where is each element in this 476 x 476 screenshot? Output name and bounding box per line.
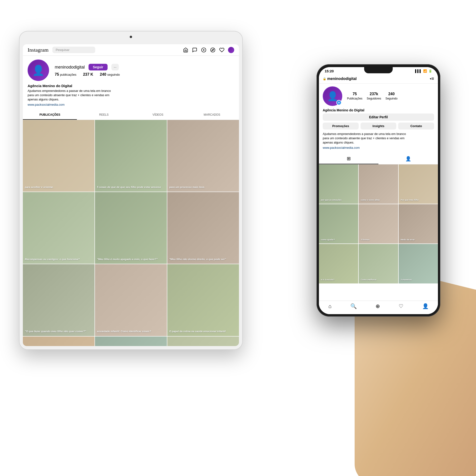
tab-tagged[interactable]: MARCADOS — [185, 110, 239, 120]
battery-icon: 🔋 — [428, 69, 432, 73]
phone-screen: 15:20 ▌▌▌ 📶 🔋 🔒 meninododigital ▾ ≡ 👤 — [319, 67, 438, 314]
phone-bio: Ajudamos empreendedores a passar de uma … — [323, 132, 434, 145]
tab-publications[interactable]: PUBLICAÇÕES — [23, 110, 77, 120]
profile-display-name: Agência Menino do Digital — [28, 84, 234, 88]
phone-grid-item-6[interactable]: Medo de errar — [399, 204, 438, 243]
phone-heart-icon[interactable]: ♡ — [399, 303, 403, 309]
status-icons: ▌▌▌ 📶 🔋 — [415, 69, 432, 73]
grid-item-9[interactable]: O papel da rotina na saúde emocional inf… — [167, 264, 239, 336]
profile-link[interactable]: www.packsocialmedia.com — [28, 103, 234, 106]
phone-tab-grid[interactable]: ⊞ — [319, 153, 378, 164]
phone-notch — [364, 67, 393, 73]
person-tag-icon: 👤 — [405, 156, 411, 162]
phone-following-label: Seguindo — [385, 97, 397, 100]
followers-count: 237 K — [83, 72, 93, 76]
phone-edit-profile-button[interactable]: Editar Perfil — [323, 114, 434, 121]
svg-marker-4 — [212, 49, 214, 51]
svg-point-3 — [211, 48, 215, 52]
search-placeholder: Pesquisar — [56, 48, 69, 52]
grid-item-5[interactable]: "Meu filho é muito apegado a mim, o que … — [95, 192, 167, 264]
phone-following-count: 240 — [385, 92, 397, 96]
phone-grid-caption-2: como o sono afeta — [360, 198, 397, 202]
phone-grid-caption-5: 3 formas — [360, 238, 397, 242]
grid-caption-9: O papel da rotina na saúde emocional inf… — [169, 330, 237, 333]
profile-avatar: 👤 — [28, 60, 49, 81]
lock-icon: 🔒 — [323, 77, 326, 81]
hamburger-menu-icon[interactable]: ≡ — [431, 76, 434, 81]
phone-grid-item-9[interactable]: 3 maneiras — [399, 244, 438, 283]
phone-grid-item-7[interactable]: e ir à escola? — [319, 244, 358, 283]
grid-item-8[interactable]: ansiedade infantil: Como identificar sin… — [95, 264, 167, 336]
grid-item-11[interactable]: Seu filho sabe lidar com o próprio choro… — [95, 337, 167, 346]
avatar-nav[interactable] — [228, 47, 234, 53]
phone-grid-item-3[interactable]: Por que meu filho — [399, 165, 438, 204]
nav-icons — [183, 47, 234, 53]
grid-item-3[interactable]: para um processo mais leve. — [167, 120, 239, 192]
phone-add-icon[interactable]: ⊕ — [375, 303, 380, 309]
tab-reels[interactable]: REELS — [77, 110, 131, 120]
phone-grid-item-1[interactable]: por que as emoções — [319, 165, 358, 204]
tablet-topbar: Instagram Pesquisar — [23, 44, 239, 56]
phone-profile: 👤 + 75 Publicações 237k Seguidores — [319, 84, 438, 153]
phone-home-icon[interactable]: ⌂ — [328, 303, 331, 309]
search-bar[interactable]: Pesquisar — [52, 47, 95, 53]
heart-icon[interactable] — [219, 47, 225, 53]
grid-item-2[interactable]: 5 sinais de que de que seu filho pode es… — [95, 120, 167, 192]
phone-ig-header: 🔒 meninododigital ▾ ≡ — [319, 74, 438, 84]
phone-profile-name: Agência Menino do Digital — [323, 108, 434, 112]
home-icon[interactable] — [183, 47, 188, 53]
explore-icon[interactable] — [210, 47, 216, 53]
phone-grid-item-8[interactable]: Como melhorar — [359, 244, 398, 283]
grid-caption-1: para acolher e orientar. — [25, 186, 93, 189]
tablet-post-grid: para acolher e orientar. 5 sinais de que… — [23, 120, 239, 346]
grid-caption-7: "O que fazer quando meu filho não quer c… — [25, 330, 93, 333]
grid-item-6[interactable]: "Meu filho não dorme direito, o que pode… — [167, 192, 239, 264]
add-icon[interactable] — [201, 47, 206, 53]
phone-tab-tagged[interactable]: 👤 — [378, 153, 438, 164]
phone-grid-caption-4: como ajudar? — [320, 238, 357, 242]
tablet-tabs: PUBLICAÇÕES REELS VÍDEOS MARCADOS — [23, 110, 239, 120]
phone-grid-caption-9: 3 maneiras — [400, 277, 437, 282]
publications-count: 75 — [55, 72, 59, 76]
phone-link[interactable]: www.packsocialmedia.com — [323, 146, 434, 150]
phone-post-grid: por que as emoções como o sono afeta Por… — [319, 165, 438, 284]
grid-item-12[interactable]: O impacto das telas no desenvolvimento i… — [167, 337, 239, 346]
grid-caption-6: "Meu filho não dorme direito, o que pode… — [169, 257, 237, 261]
insights-button[interactable]: Insights — [360, 122, 396, 130]
tablet-profile: 👤 meninododigital Seguir ··· 75 — [23, 56, 239, 110]
follow-button[interactable]: Seguir — [88, 64, 108, 70]
grid-caption-8: ansiedade infantil: Como identificar sin… — [97, 330, 165, 333]
grid-item-1[interactable]: para acolher e orientar. — [23, 120, 95, 192]
grid-caption-3: para um processo mais leve. — [169, 186, 237, 189]
phone-username: meninododigital — [327, 77, 429, 81]
message-icon[interactable] — [192, 47, 198, 53]
tablet-screen: Instagram Pesquisar — [23, 44, 239, 346]
more-button[interactable]: ··· — [111, 64, 119, 70]
phone-search-icon[interactable]: 🔍 — [350, 303, 357, 309]
phone-stats: 75 Publicações 237k Seguidores 240 Segui… — [347, 92, 397, 101]
profile-bio: Ajudamos empreendedores a passar de uma … — [28, 89, 234, 102]
grid-item-4[interactable]: Recompensas ou castigos: o que funciona? — [23, 192, 95, 264]
grid-icon: ⊞ — [347, 156, 351, 161]
phone-grid-caption-1: por que as emoções — [320, 198, 357, 202]
contact-button[interactable]: Contato — [398, 122, 434, 130]
add-avatar-button[interactable]: + — [336, 100, 341, 105]
phone-profile-icon[interactable]: 👤 — [422, 303, 429, 309]
tab-videos[interactable]: VÍDEOS — [131, 110, 185, 120]
grid-item-7[interactable]: "O que fazer quando meu filho não quer c… — [23, 264, 95, 336]
promos-button[interactable]: Promoções — [323, 122, 359, 130]
grid-caption-5: "Meu filho é muito apegado a mim, o que … — [97, 257, 165, 261]
phone-avatar: 👤 + — [323, 86, 342, 106]
phone-followers-label: Seguidores — [367, 97, 381, 100]
grid-item-10[interactable]: "Por que meu filho mente?" — [23, 337, 95, 346]
phone-grid-item-2[interactable]: como o sono afeta — [359, 165, 398, 204]
profile-stats: 75 publicações 237 K 240 seguindo — [55, 72, 234, 77]
phone-tabs: ⊞ 👤 — [319, 153, 438, 165]
tablet-camera — [130, 36, 132, 38]
phone-bottom-nav: ⌂ 🔍 ⊕ ♡ 👤 — [319, 301, 438, 314]
phone-grid-item-4[interactable]: como ajudar? — [319, 204, 358, 243]
following-count: 240 — [100, 72, 106, 76]
signal-icon: ▌▌▌ — [415, 69, 422, 73]
phone-grid-item-5[interactable]: 3 formas — [359, 204, 398, 243]
instagram-logo: Instagram — [28, 47, 49, 53]
